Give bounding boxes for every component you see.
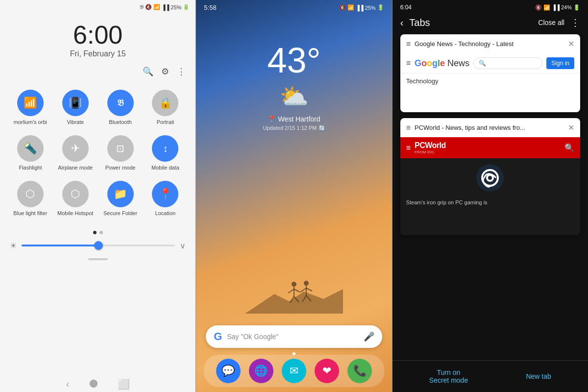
qs-item-mobiledata[interactable]: ↕ Mobile data <box>143 130 188 176</box>
close-all-button[interactable]: Close all <box>538 19 564 26</box>
tab-card-pcworld[interactable]: ≡ PCWorld - News, tips and reviews fro..… <box>400 118 580 235</box>
brightness-row[interactable]: ☀ ∨ <box>0 239 196 252</box>
mute-status-icon: 🔇 <box>145 4 152 10</box>
wifi-icon: 📶 <box>24 97 37 109</box>
signal-icon-p2: ▐▐ <box>356 5 364 11</box>
vibrate-icon: 📳 <box>69 97 82 109</box>
battery-icon-p3: 🔋 <box>573 4 580 11</box>
svg-line-9 <box>306 288 312 291</box>
secret-mode-button[interactable]: Turn on Secret mode <box>429 368 468 384</box>
weather-cloud-icon: ⛅ <box>279 83 309 110</box>
wifi-status-icon: 📶 <box>153 4 160 10</box>
search-icon[interactable]: 🔍 <box>143 66 153 77</box>
brightness-low-icon: ☀ <box>10 241 17 250</box>
dock-messages-icon[interactable]: 💬 <box>216 359 241 383</box>
secure-folder-icon: 📁 <box>114 188 127 200</box>
dock-browser-icon[interactable]: 🌐 <box>249 359 273 383</box>
location-pin-icon: 📍 <box>268 115 276 123</box>
settings-icon[interactable]: ⚙ <box>161 66 169 77</box>
wifi-icon-p2: 📶 <box>347 4 354 11</box>
dock-phone-icon[interactable]: 📞 <box>347 359 372 383</box>
more-options-tabs-icon[interactable]: ⋮ <box>570 17 580 28</box>
status-bar-panel1: 𝔅 🔇 📶 ▐▐ 25% 🔋 <box>0 0 196 12</box>
qs-item-vibrate[interactable]: 📳 Vibrate <box>53 85 98 130</box>
search-bar-container[interactable]: G Say "Ok Google" 🎤 <box>206 325 382 348</box>
flashlight-icon-circle: 🔦 <box>17 135 44 162</box>
location-icon: 📍 <box>159 188 172 200</box>
silhouette-area <box>196 274 392 314</box>
tab-title-pcworld: PCWorld - News, tips and reviews fro... <box>415 124 564 131</box>
dock-app4-icon[interactable]: ❤ <box>315 359 339 383</box>
tab-menu-icon-gnews[interactable]: ≡ <box>406 40 411 49</box>
power-icon-circle: ⊡ <box>107 135 134 162</box>
tab-card-header-gnews: ≡ Google News - Technology - Latest ✕ <box>400 34 580 53</box>
dot-2[interactable] <box>99 231 103 234</box>
tab-content-gnews[interactable]: ≡ Google News 🔍 Sign in Technology <box>400 53 580 112</box>
qs-item-hotspot[interactable]: ⬡ Mobile Hotspot <box>53 176 98 221</box>
qs-item-bluetooth[interactable]: 𝔅 Bluetooth <box>98 85 143 130</box>
qs-item-location[interactable]: 📍 Location <box>143 176 188 221</box>
tab-cards-container: ≡ Google News - Technology - Latest ✕ ≡ … <box>392 34 588 360</box>
secure-label: Secure Folder <box>103 210 137 217</box>
qs-item-airplane[interactable]: ✈ Airplane mode <box>53 130 98 176</box>
new-tab-button[interactable]: New tab <box>526 372 551 380</box>
nav-recents-icon[interactable]: ⬜ <box>118 378 130 390</box>
gnews-search-box[interactable]: 🔍 <box>473 57 542 69</box>
hotspot-icon-circle: ⬡ <box>62 181 89 207</box>
mobiledata-icon: ↕ <box>163 143 168 154</box>
dot-1[interactable] <box>93 231 97 234</box>
gnews-signin-button[interactable]: Sign in <box>546 57 574 69</box>
tabs-bottom-actions: Turn on Secret mode New tab <box>392 360 588 392</box>
bluelight-icon-circle: ⬡ <box>17 181 44 207</box>
pcworld-logo-area: PCWorld FROM IDG <box>415 141 446 154</box>
qs-item-portrait[interactable]: 🔒 Portrait <box>143 85 188 130</box>
battery-status-text: 25% <box>171 4 181 10</box>
quick-settings-panel: 𝔅 🔇 📶 ▐▐ 25% 🔋 6:00 Fri, February 15 🔍 ⚙… <box>0 0 196 392</box>
bluetooth-icon: 𝔅 <box>117 98 124 108</box>
mute-icon-p2: 🔇 <box>339 4 346 11</box>
dock-email-icon[interactable]: ✉ <box>282 359 306 383</box>
bottom-drag-handle[interactable] <box>88 258 108 260</box>
qs-item-power[interactable]: ⊡ Power mode <box>98 130 143 176</box>
running-figures-svg <box>245 274 343 314</box>
location-label: Location <box>155 210 176 217</box>
brightness-expand-icon[interactable]: ∨ <box>180 241 186 250</box>
qs-item-secure[interactable]: 📁 Secure Folder <box>98 176 143 221</box>
status-icons-panel1: 𝔅 🔇 📶 ▐▐ 25% 🔋 <box>140 4 190 10</box>
gnews-menu-icon: ≡ <box>406 59 411 68</box>
brightness-slider[interactable] <box>22 245 175 246</box>
qs-item-flashlight[interactable]: 🔦 Flashlight <box>8 130 53 176</box>
tab-menu-icon-pcworld[interactable]: ≡ <box>406 123 411 132</box>
brightness-thumb[interactable] <box>94 241 103 250</box>
nav-home-icon[interactable]: ⬤ <box>89 378 98 390</box>
back-button[interactable]: ‹ <box>400 17 404 28</box>
google-news-preview: ≡ Google News 🔍 Sign in Technology <box>400 53 580 112</box>
bluetooth-status-icon: 𝔅 <box>140 4 144 10</box>
app-dock: 💬 🌐 ✉ ❤ 📞 <box>204 355 384 387</box>
pcworld-from-idg: FROM IDG <box>415 150 446 154</box>
airplane-label: Airplane mode <box>58 165 93 171</box>
qs-item-wifi[interactable]: 📶 morlium's orbi <box>8 85 53 130</box>
qs-item-bluelight[interactable]: ⬡ Blue light filter <box>8 176 53 221</box>
svg-point-6 <box>304 281 309 286</box>
battery-p2: 25% <box>365 5 376 11</box>
svg-line-2 <box>288 289 294 293</box>
battery-p3: 24% <box>561 4 572 10</box>
pcworld-search-icon[interactable]: 🔍 <box>564 143 574 152</box>
more-options-icon[interactable]: ⋮ <box>177 66 186 77</box>
tab-close-gnews[interactable]: ✕ <box>568 39 574 49</box>
power-icon: ⊡ <box>116 143 124 154</box>
tab-card-google-news[interactable]: ≡ Google News - Technology - Latest ✕ ≡ … <box>400 34 580 112</box>
tabs-header: ‹ Tabs Close all ⋮ <box>392 13 588 34</box>
tab-close-pcworld[interactable]: ✕ <box>568 123 574 132</box>
microphone-icon[interactable]: 🎤 <box>364 331 374 342</box>
tab-content-pcworld[interactable]: ≡ PCWorld FROM IDG 🔍 <box>400 137 580 235</box>
portrait-icon-circle: 🔒 <box>152 90 178 116</box>
time-panel2: 5:58 <box>204 4 216 11</box>
tab-title-gnews: Google News - Technology - Latest <box>415 40 564 48</box>
mute-icon-p3: 🔇 <box>535 4 542 11</box>
nav-back-icon[interactable]: ‹ <box>66 378 70 390</box>
flashlight-icon: 🔦 <box>24 142 37 155</box>
search-bar[interactable]: G Say "Ok Google" 🎤 <box>206 325 382 348</box>
airplane-icon: ✈ <box>71 142 80 155</box>
